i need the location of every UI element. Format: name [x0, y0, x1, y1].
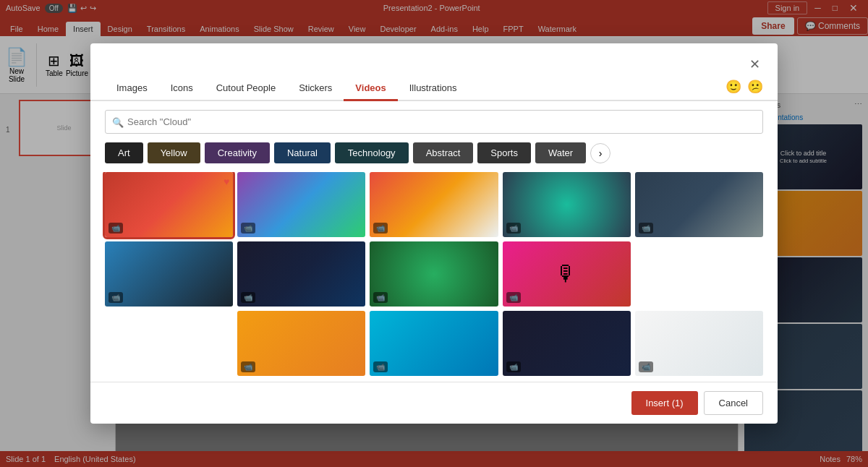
category-next-button[interactable]: › — [590, 143, 610, 163]
tab-cutout-people[interactable]: Cutout People — [205, 77, 287, 101]
video-camera-icon-11: 📹 — [373, 361, 388, 372]
video-thumb-1[interactable]: ♥ 📹 — [105, 172, 233, 237]
tab-images[interactable]: Images — [105, 77, 159, 101]
cancel-button[interactable]: Cancel — [704, 391, 763, 415]
smiley-icon[interactable]: 🙂 — [726, 79, 741, 95]
video-camera-icon-13: 📹 — [639, 361, 653, 372]
search-icon: 🔍 — [112, 116, 124, 127]
modal-tabs-right: 🙂 😕 — [726, 79, 763, 95]
video-camera-icon-6: 📹 — [109, 292, 123, 303]
category-technology[interactable]: Technology — [335, 142, 409, 163]
category-yellow[interactable]: Yellow — [148, 142, 200, 163]
tab-stickers[interactable]: Stickers — [287, 77, 344, 101]
category-creativity[interactable]: Creativity — [205, 142, 270, 163]
tab-videos[interactable]: Videos — [344, 77, 397, 101]
video-thumb-7[interactable]: 📹 — [237, 241, 365, 307]
video-thumb-9[interactable]: 🎙 📹 — [503, 241, 631, 307]
category-row: Art Yellow Creativity Natural Technology… — [90, 142, 778, 172]
category-natural[interactable]: Natural — [274, 142, 331, 163]
category-water[interactable]: Water — [535, 142, 586, 163]
video-camera-icon-3: 📹 — [373, 223, 388, 234]
favorite-icon[interactable]: ♥ — [224, 176, 229, 187]
video-thumb-12[interactable]: 📹 — [503, 311, 631, 376]
video-thumb-8[interactable]: 📹 — [370, 241, 498, 307]
search-wrapper: 🔍 — [105, 110, 763, 134]
video-thumb-empty-2 — [105, 311, 233, 376]
insert-button[interactable]: Insert (1) — [631, 391, 698, 415]
modal-tabs-left: Images Icons Cutout People Stickers Vide… — [105, 77, 469, 100]
video-thumb-6[interactable]: 📹 — [105, 241, 233, 307]
tab-icons[interactable]: Icons — [159, 77, 205, 101]
video-thumb-empty — [635, 241, 763, 307]
video-thumb-5[interactable]: 📹 — [635, 172, 763, 237]
video-camera-icon-10: 📹 — [241, 361, 255, 372]
video-camera-icon-7: 📹 — [241, 292, 255, 303]
modal-footer: Insert (1) Cancel — [90, 382, 778, 424]
video-camera-icon-2: 📹 — [241, 223, 255, 234]
category-art[interactable]: Art — [105, 142, 143, 163]
video-thumb-4[interactable]: 📹 — [503, 172, 631, 237]
video-camera-icon-5: 📹 — [639, 223, 653, 234]
video-camera-icon-9: 📹 — [506, 292, 521, 303]
category-abstract[interactable]: Abstract — [413, 142, 474, 163]
video-camera-icon: 📹 — [109, 223, 123, 234]
stock-media-modal: ✕ Images Icons Cutout People Stickers Vi… — [90, 43, 778, 424]
tab-illustrations[interactable]: Illustrations — [398, 77, 469, 101]
video-thumb-13[interactable]: 📹 — [635, 311, 763, 376]
video-thumb-11[interactable]: 📹 — [370, 311, 498, 376]
modal-overlay: ✕ Images Icons Cutout People Stickers Vi… — [0, 0, 868, 467]
video-camera-icon-8: 📹 — [373, 292, 388, 303]
modal-tab-bar: Images Icons Cutout People Stickers Vide… — [90, 77, 778, 101]
video-thumb-3[interactable]: 📹 — [370, 172, 498, 237]
category-sports[interactable]: Sports — [477, 142, 531, 163]
video-thumb-10[interactable]: 📹 — [237, 311, 365, 376]
search-input[interactable] — [105, 110, 763, 134]
video-thumb-2[interactable]: 📹 — [237, 172, 365, 237]
modal-header: ✕ — [90, 43, 778, 74]
modal-close-button[interactable]: ✕ — [746, 55, 763, 74]
confused-icon[interactable]: 😕 — [747, 79, 763, 95]
video-grid: ♥ 📹 📹 📹 📹 — [90, 172, 778, 376]
modal-search-area: 🔍 — [90, 101, 778, 142]
video-camera-icon-12: 📹 — [506, 361, 521, 372]
video-camera-icon-4: 📹 — [506, 223, 521, 234]
